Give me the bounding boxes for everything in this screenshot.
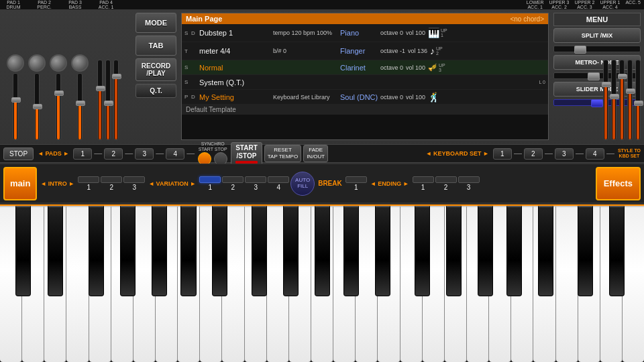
intro-num-2[interactable]: 2 [109,184,113,191]
var-btn-top-1[interactable] [199,176,221,183]
kbd-dash-2: — [545,149,553,158]
var-num-2[interactable]: 2 [231,184,235,191]
black-key-cs2[interactable] [180,206,196,296]
upper-acc3-slider[interactable] [619,60,625,140]
white-key-c5[interactable] [623,206,644,362]
intro-btn-top-2[interactable] [101,176,122,183]
display-row-1[interactable]: S D Dubstep 1 tempo 120 bpm 100% Piano o… [182,24,548,42]
kbd-btn-4[interactable]: 4 [586,148,604,160]
upper-acc4-slider[interactable] [627,60,633,140]
black-key-gs4[interactable] [609,206,625,296]
black-key-cs3[interactable] [343,206,359,296]
ending-btn-top-1[interactable] [413,176,434,183]
mode-button[interactable]: MODE [136,13,176,33]
ending-num-1[interactable]: 1 [421,184,425,191]
black-key-gs3[interactable] [446,206,462,296]
row1-vol: vol 100 [406,29,425,36]
row3-sound: Clarinet [340,64,380,72]
acc-slider-2[interactable] [105,60,111,140]
record-play-button[interactable]: RECORD/PLAY [136,58,176,81]
black-key-fs1[interactable] [89,206,104,296]
var-num-1[interactable]: 1 [208,184,212,191]
black-key-cs4[interactable] [506,206,522,296]
pad4-knob[interactable] [71,54,89,72]
display-row-5[interactable]: P D My Setting Keyboard Set Library Soul… [182,90,548,105]
display-row-2[interactable]: T meter 4/4 b/# 0 Flanger octave -1 vol … [182,42,548,60]
auto-fill-button[interactable]: AUTOFILL [290,172,315,196]
pad-dash-2: — [125,149,133,158]
pad-btn-1[interactable]: 1 [73,148,92,160]
row5-vol: vol 100 [406,94,425,101]
var-btn-top-2[interactable] [222,176,244,183]
break-num-1[interactable]: 1 [354,184,358,191]
reset-tap-tempo-button[interactable]: RESETTAP TEMPO [264,145,301,162]
display-row-3[interactable]: S Normal Clarinet octave 0 vol 100 🎺 UP3 [182,60,548,75]
black-key-ds1[interactable] [48,206,63,296]
black-key-as1[interactable] [152,206,167,296]
pad2-knob[interactable] [28,54,46,72]
white-key-f1[interactable] [66,206,89,362]
var-btn-top-3[interactable] [245,176,266,183]
stop-button[interactable]: STOP [3,147,34,160]
break-label: BREAK [316,180,344,187]
start-stop-button[interactable]: START/STOP [231,142,262,166]
pad-btn-2[interactable]: 2 [104,148,123,160]
pad1-slider[interactable] [13,73,18,140]
black-key-fs4[interactable] [578,206,593,296]
keyboard: .bk { position:absolute; top:0; height:1… [0,204,644,362]
intro-num-1[interactable]: 1 [87,184,91,191]
acc-slider-3[interactable] [113,60,119,140]
acc-slider-1[interactable] [97,60,103,140]
main-button[interactable]: main [3,167,37,200]
upper-acc5-slider[interactable] [635,60,641,140]
row2-octave: octave -1 [380,48,405,54]
white-key-g4[interactable] [556,206,578,362]
black-key-as2[interactable] [315,206,330,296]
intro-btn-top-3[interactable] [123,176,145,183]
black-key-fs3[interactable] [415,206,430,296]
kbd-btn-2[interactable]: 2 [524,148,543,160]
pad2-slider[interactable] [34,73,40,140]
intro-num-3[interactable]: 3 [132,184,136,191]
row2-indicator: T [184,48,191,54]
black-key-fs2[interactable] [252,206,267,296]
row4-indicator: S [184,79,191,85]
break-btn-top-1[interactable] [345,176,367,183]
ending-btn-top-2[interactable] [435,176,457,183]
qt-button[interactable]: Q.T. [136,84,176,98]
kbd-btn-3[interactable]: 3 [555,148,574,160]
fade-in-out-button[interactable]: FADEIN/OUT [303,145,328,162]
kbd-btn-1[interactable]: 1 [493,148,512,160]
main-container: PAD 1DRUM PAD 2PERC. PAD 3BASS PAD 4ACC.… [0,0,644,362]
black-key-ds3[interactable] [375,206,390,296]
pad-btn-4[interactable]: 4 [166,148,184,160]
row2-icon: ♪ [430,46,435,56]
ending-num-2[interactable]: 2 [444,184,448,191]
black-key-cs1[interactable] [15,206,31,296]
upper2-label: UPPER 2ACC. 3 [575,0,595,9]
tab-button[interactable]: TAB [136,36,176,56]
pad1-knob[interactable] [7,54,24,72]
ending-btn-top-3[interactable] [458,176,480,183]
display-row-4[interactable]: S System (Q.T.) L 0 [182,75,548,90]
pad-dash-4: — [186,149,195,158]
pad3-knob[interactable] [50,54,67,72]
black-key-gs1[interactable] [120,206,136,296]
pad4-slider[interactable] [77,73,83,140]
var-btn-top-4[interactable] [268,176,289,183]
intro-btn-top-1[interactable] [78,176,99,183]
black-key-ds4[interactable] [538,206,553,296]
pad3-slider[interactable] [56,73,61,140]
black-key-as3[interactable] [478,206,493,296]
upper-acc2-slider[interactable] [611,60,616,140]
ending-num-3[interactable]: 3 [467,184,471,191]
chord-display: <no chord> [510,15,544,23]
black-key-ds2[interactable] [212,206,227,296]
black-key-gs2[interactable] [283,206,299,296]
effects-button[interactable]: Effects [596,167,641,200]
acc5-label: ACC. 5 [625,0,641,9]
upper-acc1-slider[interactable] [603,60,608,140]
var-num-4[interactable]: 4 [276,184,280,191]
var-num-3[interactable]: 3 [254,184,258,191]
pad-btn-3[interactable]: 3 [135,148,154,160]
